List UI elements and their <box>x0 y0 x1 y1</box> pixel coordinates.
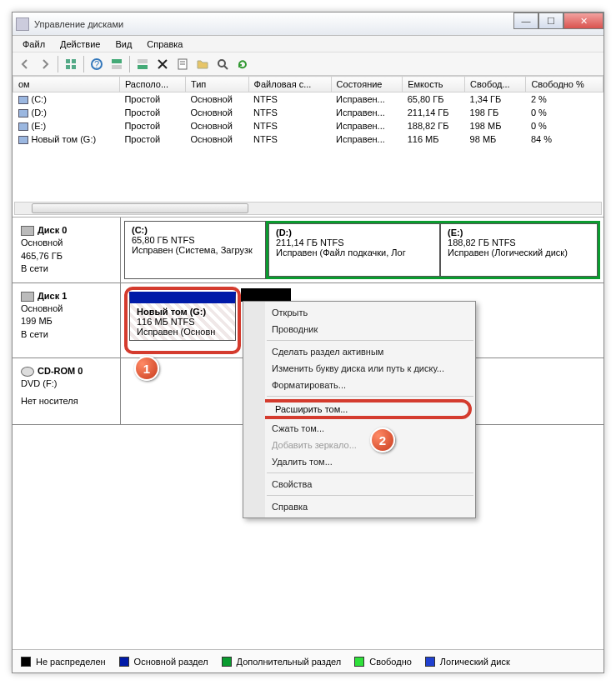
cdrom-drive: DVD (F:) <box>21 378 112 390</box>
legend-free: Свободно <box>369 657 412 667</box>
partition-g[interactable]: Новый том (G:) 116 МБ NTFS Исправен (Осн… <box>129 292 236 341</box>
legend-primary: Основной раздел <box>134 657 208 667</box>
menu-format[interactable]: Форматировать... <box>243 377 475 393</box>
col-free[interactable]: Свобод... <box>465 77 526 92</box>
cdrom-icon <box>21 367 34 377</box>
window-buttons: — ☐ ✕ <box>513 12 603 29</box>
col-fs[interactable]: Файловая с... <box>248 77 331 92</box>
svg-rect-1 <box>72 59 76 63</box>
disk-1-name: Диск 1 <box>38 291 67 301</box>
help-icon[interactable]: ? <box>88 55 106 73</box>
svg-rect-6 <box>112 59 122 63</box>
svg-rect-7 <box>112 65 122 69</box>
disk-0-info[interactable]: Диск 0 Основной 465,76 ГБ В сети <box>13 218 121 282</box>
maximize-button[interactable]: ☐ <box>538 12 563 29</box>
delete-icon[interactable] <box>153 55 172 73</box>
table-row[interactable]: Новый том (G:)ПростойОсновнойNTFSИсправе… <box>13 132 603 146</box>
disk-1-type: Основной <box>21 302 112 315</box>
menubar: Файл Действие Вид Справка <box>13 36 603 52</box>
volume-icon <box>18 96 28 104</box>
folder-icon[interactable] <box>193 55 212 73</box>
svg-rect-0 <box>66 59 70 63</box>
disk-0-status: В сети <box>21 262 112 275</box>
menu-help[interactable]: Справка <box>243 498 475 515</box>
callout-badge-2: 2 <box>370 428 395 452</box>
menu-extend-volume[interactable]: Расширить том... <box>275 404 348 414</box>
legend-logical: Логический диск <box>440 657 510 667</box>
scroll-thumb[interactable] <box>32 203 248 213</box>
menu-shrink-volume[interactable]: Сжать том... <box>243 420 475 437</box>
svg-rect-9 <box>138 65 148 69</box>
table-row[interactable]: (C:)ПростойОсновнойNTFSИсправен...65,80 … <box>13 92 603 107</box>
disk-icon <box>21 292 34 302</box>
menu-extend-volume-highlight: Расширить том... <box>247 399 472 419</box>
menu-properties[interactable]: Свойства <box>243 476 475 492</box>
svg-rect-2 <box>66 65 70 69</box>
callout-badge-1: 1 <box>134 356 159 381</box>
menu-delete-volume[interactable]: Удалить том... <box>243 453 475 470</box>
horizontal-scrollbar[interactable] <box>14 202 602 215</box>
view-grid-icon[interactable] <box>62 55 80 73</box>
back-button[interactable] <box>16 55 34 73</box>
col-capacity[interactable]: Емкость <box>403 77 465 92</box>
menu-explorer[interactable]: Проводник <box>243 321 475 338</box>
table-header[interactable]: ом Располо... Тип Файловая с... Состояни… <box>13 77 603 92</box>
layout-bottom-icon[interactable] <box>133 55 152 73</box>
layout-top-icon[interactable] <box>108 55 126 73</box>
table-row[interactable]: (E:)ПростойОсновнойNTFSИсправен...188,82… <box>13 119 603 132</box>
legend-logical-swatch <box>425 657 435 667</box>
app-icon <box>16 18 29 31</box>
partition-c[interactable]: (C:) 65,80 ГБ NTFS Исправен (Система, За… <box>124 221 266 279</box>
titlebar[interactable]: Управление дисками — ☐ ✕ <box>13 12 603 36</box>
col-type[interactable]: Тип <box>185 77 248 92</box>
disk-0-size: 465,76 ГБ <box>21 250 112 262</box>
search-icon[interactable] <box>213 55 232 73</box>
disk-icon <box>21 226 34 236</box>
partition-d[interactable]: (D:) 211,14 ГБ NTFS Исправен (Файл подка… <box>268 223 440 277</box>
forward-button[interactable] <box>36 55 54 73</box>
legend-free-swatch <box>354 657 364 667</box>
menu-action[interactable]: Действие <box>53 38 107 51</box>
cdrom-name: CD-ROM 0 <box>38 366 83 376</box>
unallocated-space[interactable] <box>241 288 291 302</box>
menu-help[interactable]: Справка <box>140 38 189 51</box>
selected-partition-highlight: Новый том (G:) 116 МБ NTFS Исправен (Осн… <box>124 287 241 354</box>
menu-change-letter[interactable]: Изменить букву диска или путь к диску... <box>243 360 475 377</box>
col-status[interactable]: Состояние <box>331 77 403 92</box>
cdrom-info[interactable]: CD-ROM 0 DVD (F:) Нет носителя <box>13 358 121 424</box>
cdrom-status: Нет носителя <box>21 395 112 408</box>
toolbar: ? <box>13 52 603 76</box>
extended-partition: (D:) 211,14 ГБ NTFS Исправен (Файл подка… <box>266 221 600 279</box>
properties-icon[interactable] <box>173 55 192 73</box>
context-menu: Открыть Проводник Сделать раздел активны… <box>243 301 476 518</box>
close-button[interactable]: ✕ <box>563 12 603 29</box>
disk-1-info[interactable]: Диск 1 Основной 199 МБ В сети <box>13 283 121 358</box>
svg-text:?: ? <box>94 59 99 69</box>
disk-1-status: В сети <box>21 328 112 341</box>
menu-open[interactable]: Открыть <box>243 304 475 321</box>
col-layout[interactable]: Располо... <box>119 77 185 92</box>
menu-make-active[interactable]: Сделать раздел активным <box>243 343 475 360</box>
legend: Не распределен Основной раздел Дополните… <box>13 649 603 672</box>
disk-0-type: Основной <box>21 237 112 249</box>
legend-unalloc-swatch <box>21 657 31 667</box>
disk-management-window: Управление дисками — ☐ ✕ Файл Действие В… <box>12 12 604 673</box>
col-pct[interactable]: Свободно % <box>526 77 603 92</box>
volume-icon <box>18 122 28 131</box>
legend-primary-swatch <box>119 657 129 667</box>
disk-0-name: Диск 0 <box>38 225 67 235</box>
svg-rect-3 <box>72 65 76 69</box>
svg-point-13 <box>218 60 225 67</box>
minimize-button[interactable]: — <box>513 12 538 29</box>
disk-graphical-view: Диск 0 Основной 465,76 ГБ В сети (C:) 65… <box>13 218 603 425</box>
refresh-icon[interactable] <box>233 55 252 73</box>
disk-0-row: Диск 0 Основной 465,76 ГБ В сети (C:) 65… <box>13 218 603 283</box>
legend-unalloc: Не распределен <box>36 657 106 667</box>
table-row[interactable]: (D:)ПростойОсновнойNTFSИсправен...211,14… <box>13 106 603 119</box>
svg-rect-8 <box>138 59 148 63</box>
volume-list[interactable]: ом Располо... Тип Файловая с... Состояни… <box>13 76 603 218</box>
menu-view[interactable]: Вид <box>108 38 138 51</box>
partition-e[interactable]: (E:) 188,82 ГБ NTFS Исправен (Логический… <box>440 223 598 277</box>
menu-file[interactable]: Файл <box>16 38 52 51</box>
col-name[interactable]: ом <box>13 77 120 92</box>
